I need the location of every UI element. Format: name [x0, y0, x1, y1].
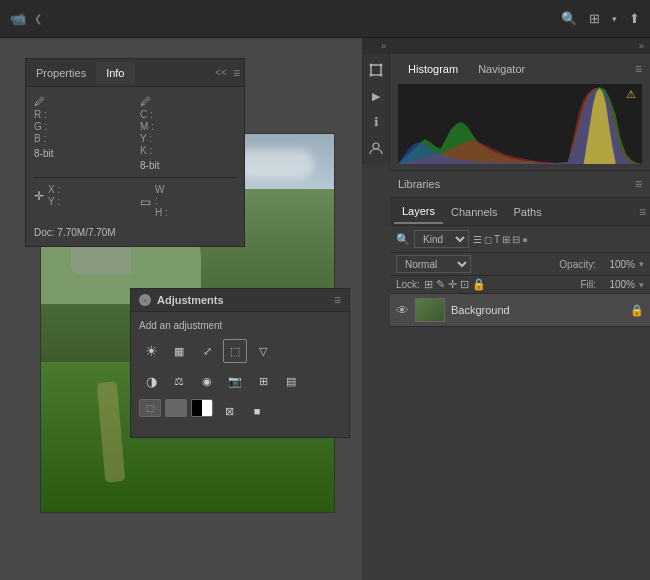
- play-icon: ▶: [372, 90, 380, 103]
- c-label: C :: [140, 109, 154, 120]
- y-coord-item: Y :: [48, 196, 64, 207]
- g-label: G :: [34, 121, 48, 132]
- tab-layers[interactable]: Layers: [394, 200, 443, 224]
- b-label: B :: [34, 133, 48, 144]
- vibrance-icon[interactable]: ▽: [251, 339, 275, 363]
- user-icon-btn[interactable]: [364, 136, 388, 160]
- close-button[interactable]: ×: [139, 294, 151, 306]
- photo-filter-icon[interactable]: 📷: [223, 369, 247, 393]
- channel-mixer-icon[interactable]: ⊞: [251, 369, 275, 393]
- c-item: C :: [140, 109, 236, 120]
- lock-position-icon[interactable]: ✛: [448, 278, 457, 291]
- color-balance-icon[interactable]: ⚖: [167, 369, 191, 393]
- search-icon[interactable]: 🔍: [561, 11, 577, 26]
- pixel-filter-icon[interactable]: ☰: [473, 234, 482, 245]
- type-filter-icon[interactable]: T: [494, 234, 500, 245]
- kind-select[interactable]: Kind Name Effect Mode Attribute Color Sm…: [414, 230, 469, 248]
- histogram-tab-bar: Histogram Navigator ≡: [398, 60, 642, 78]
- black-white-icon[interactable]: ◉: [195, 369, 219, 393]
- panel-menu-icon[interactable]: ≡: [233, 66, 244, 80]
- libraries-section: Libraries ≡: [390, 171, 650, 198]
- layer-thumbnail: [415, 298, 445, 322]
- layer-item-background[interactable]: 👁 Background 🔒: [390, 294, 650, 327]
- histogram-svg: [398, 84, 642, 164]
- h-label: H :: [155, 207, 169, 218]
- xy-col: ✛ X : Y :: [34, 184, 130, 221]
- threshold-icon[interactable]: [191, 399, 213, 417]
- visibility-icon[interactable]: 👁: [396, 303, 409, 318]
- m-label: M :: [140, 121, 154, 132]
- hue-saturation-icon[interactable]: ◑: [139, 369, 163, 393]
- adjustments-titlebar: × Adjustments ≡: [131, 289, 349, 312]
- lock-icons-group: ⊞ ✎ ✛ ⊡ 🔒: [424, 278, 486, 291]
- tab-navigator[interactable]: Navigator: [468, 60, 535, 78]
- top-toolbar: 📹 ❮ 🔍 ⊞ ▾ ⬆: [0, 0, 650, 38]
- transform-icon-btn[interactable]: [364, 58, 388, 82]
- crosshair-icon: ✛: [34, 189, 44, 203]
- lock-all-icon[interactable]: 🔒: [472, 278, 486, 291]
- b-item: B :: [34, 133, 130, 144]
- svg-point-4: [380, 74, 383, 77]
- brightness-icon[interactable]: ☀: [139, 339, 163, 363]
- shape-filter-icon[interactable]: ⊞: [502, 234, 510, 245]
- libraries-menu-icon[interactable]: ≡: [635, 177, 642, 191]
- double-chevron-icon: »: [381, 41, 386, 51]
- tab-properties[interactable]: Properties: [26, 62, 96, 84]
- rgb-col: 🖉 R : G : B :: [34, 95, 130, 171]
- histogram-section: Histogram Navigator ≡ ⚠: [390, 54, 650, 170]
- transform-icon: [369, 63, 383, 77]
- adjustments-panel: × Adjustments ≡ Add an adjustment ☀ ▦ ⤢ …: [130, 288, 350, 438]
- svg-point-2: [380, 64, 383, 67]
- info-icon-btn[interactable]: ℹ: [364, 110, 388, 134]
- libraries-label: Libraries: [398, 178, 440, 190]
- histogram-menu-icon[interactable]: ≡: [635, 62, 642, 76]
- chevron-down-icon[interactable]: ▾: [612, 14, 617, 24]
- lock-artboard-icon[interactable]: ⊡: [460, 278, 469, 291]
- tab-channels[interactable]: Channels: [443, 201, 505, 223]
- selective-color-icon[interactable]: ■: [245, 399, 269, 423]
- lock-row: Lock: ⊞ ✎ ✛ ⊡ 🔒 Fill: 100% ▾: [390, 276, 650, 294]
- layer-name-background: Background: [451, 304, 624, 316]
- main-content: Properties Info << ≡ 🖉 R :: [0, 38, 650, 580]
- rect-icon: ▭: [140, 195, 151, 209]
- tab-histogram[interactable]: Histogram: [398, 60, 468, 78]
- tab-paths[interactable]: Paths: [506, 201, 550, 223]
- color-row: 🖉 R : G : B :: [34, 95, 236, 171]
- blend-mode-select[interactable]: Normal Dissolve Multiply Screen Overlay: [396, 255, 471, 273]
- tab-info[interactable]: Info: [96, 62, 134, 84]
- kind-filter-icons: ☰ ◻ T ⊞ ⊟ ●: [473, 234, 528, 245]
- lock-transparent-icon[interactable]: ⊞: [424, 278, 433, 291]
- layout-icon[interactable]: ⊞: [589, 11, 600, 26]
- export-icon[interactable]: ⬆: [629, 11, 640, 26]
- curves-icon[interactable]: ⤢: [195, 339, 219, 363]
- collapse-arrows[interactable]: <<: [215, 67, 233, 78]
- smart-object-filter-icon[interactable]: ⊟: [512, 234, 520, 245]
- arrow-icon: ❮: [34, 13, 42, 24]
- color-lookup-icon[interactable]: ▤: [279, 369, 303, 393]
- fill-label: Fill:: [580, 279, 596, 290]
- adjustments-row-2: ◑ ⚖ ◉ 📷 ⊞ ▤: [139, 369, 341, 393]
- adjustments-menu-icon[interactable]: ≡: [334, 293, 341, 307]
- center-column: » ▶ ℹ: [362, 38, 390, 580]
- posterize-icon[interactable]: [165, 399, 187, 417]
- cloud-layer: [234, 149, 314, 179]
- gradient-map-icon[interactable]: ⊠: [217, 399, 241, 423]
- levels-icon[interactable]: ▦: [167, 339, 191, 363]
- layers-tab-bar: Layers Channels Paths ≡: [390, 198, 650, 226]
- exposure-icon[interactable]: ⬚: [223, 339, 247, 363]
- layers-menu-icon[interactable]: ≡: [639, 205, 646, 219]
- toolbar-right: 🔍 ⊞ ▾ ⬆: [561, 11, 640, 26]
- blend-mode-row: Normal Dissolve Multiply Screen Overlay …: [390, 253, 650, 276]
- k-label: K :: [140, 145, 154, 156]
- properties-tab-bar: Properties Info << ≡: [26, 59, 244, 87]
- divider: [34, 177, 236, 178]
- filter-toggle[interactable]: ●: [522, 234, 528, 245]
- play-icon-btn[interactable]: ▶: [364, 84, 388, 108]
- vertical-icon-bar: ▶ ℹ: [362, 54, 390, 164]
- adjustment-filter-icon[interactable]: ◻: [484, 234, 492, 245]
- lock-image-icon[interactable]: ✎: [436, 278, 445, 291]
- properties-panel: Properties Info << ≡ 🖉 R :: [25, 58, 245, 247]
- coords-row: ✛ X : Y :: [34, 184, 236, 221]
- w-item: W :: [155, 184, 171, 206]
- invert-icon[interactable]: ⬚: [139, 399, 161, 417]
